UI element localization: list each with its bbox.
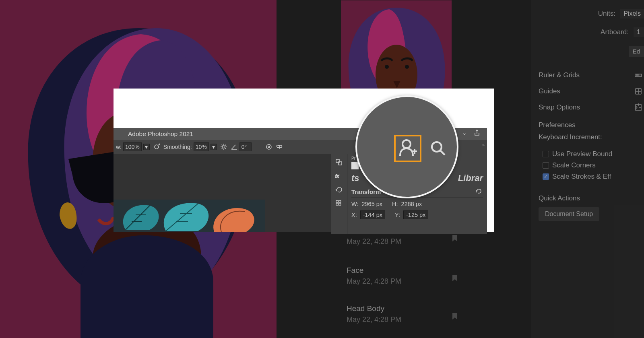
checkbox-icon[interactable] [543,151,549,157]
panel-icon-strip: fx [331,154,347,234]
width-value: 2965 px [361,201,382,207]
version-timestamp: May 22, 4:28 PM [347,237,458,246]
quick-actions-header: Quick Actions [531,182,644,207]
svg-point-23 [402,140,411,148]
properties-panel: Units: Pixels Artboard: 1 Ed Ruler & Gri… [531,0,644,338]
preferences-header: Preferences [531,115,644,133]
version-name: Face [347,266,458,275]
checkbox-icon[interactable] [543,173,549,180]
dropdown-chevron-icon[interactable]: ▾ [211,144,217,150]
document-setup-button[interactable]: Document Setup [539,207,599,221]
artboard-label: Artboard: [601,28,629,36]
target-icon[interactable] [265,143,272,150]
edit-artboards-button[interactable]: Ed [629,46,644,57]
svg-rect-19 [336,200,338,202]
artboard-value[interactable]: 1 [634,27,644,37]
grid-icon [634,87,642,95]
svg-point-4 [385,65,389,69]
svg-text:fx: fx [335,173,339,179]
svg-point-12 [266,144,271,149]
version-item[interactable]: May 22, 4:28 PM [341,233,462,250]
pressure-size-icon[interactable] [153,143,160,150]
svg-point-10 [155,145,159,149]
smoothing-label: Smoothing: [163,144,192,150]
fx-panel-icon[interactable]: fx [335,172,343,179]
document-icon [351,162,359,169]
units-label: Units: [598,10,615,18]
transform-header: Transform [351,188,381,195]
version-timestamp: May 22, 4:28 PM [347,315,458,324]
document-canvas[interactable] [114,154,331,232]
bookmark-icon [452,274,458,282]
svg-rect-21 [336,203,338,205]
snap-options-row[interactable]: Snap Options [531,99,644,115]
svg-point-5 [405,65,409,69]
angle-input[interactable]: 0° [239,142,252,151]
svg-point-24 [432,142,442,152]
expand-panel-icon[interactable]: » [482,142,485,147]
version-history-list: May 22, 4:28 PM Face May 22, 4:28 PM Hea… [341,233,462,328]
height-label: H: [392,201,398,207]
preview-bounds-checkbox-row[interactable]: Use Preview Bound [531,148,644,160]
svg-rect-22 [339,203,341,205]
version-timestamp: May 22, 4:28 PM [347,277,458,286]
version-item[interactable]: Face May 22, 4:28 PM [341,262,462,290]
y-label: Y: [395,212,400,218]
swatches-panel-icon[interactable] [335,200,343,207]
tab-partial-left[interactable]: ts [351,173,359,183]
bookmark-icon [452,235,458,242]
callout-circle [355,95,458,198]
angle-icon [231,143,238,150]
bookmark-icon [452,313,458,320]
history-panel-icon[interactable] [335,186,343,193]
width-label: W: [351,201,358,207]
canvas-artwork [114,200,265,232]
version-item[interactable]: Head Body May 22, 4:28 PM [341,300,462,328]
share-icon[interactable] [473,129,481,136]
snap-icon [634,103,642,111]
color-panel-icon[interactable] [335,159,343,166]
chevron-down-icon[interactable]: ⌄ [462,130,467,136]
smoothing-dropdown[interactable]: 10% [194,142,209,151]
zoom-dropdown[interactable]: 100% [123,142,142,151]
scale-corners-checkbox-row[interactable]: Scale Corners [531,160,644,171]
checkbox-icon[interactable] [543,162,549,169]
version-name: Head Body [347,304,458,313]
dropdown-chevron-icon[interactable]: ▾ [143,144,150,150]
app-title: Adobe Photoshop 2021 [128,130,193,138]
tab-libraries[interactable]: Librar [458,173,483,183]
svg-rect-20 [339,200,341,202]
guides-row[interactable]: Guides [531,83,644,99]
view-label: w: [116,144,122,150]
svg-rect-17 [339,162,342,165]
search-icon[interactable] [430,140,446,157]
scale-strokes-checkbox-row[interactable]: Scale Strokes & Eff [531,171,644,182]
svg-rect-16 [336,159,339,163]
y-input[interactable]: -125 px [403,210,428,219]
ruler-grids-row[interactable]: Ruler & Grids [531,67,644,83]
panel-tab-label[interactable]: Pr [351,156,355,161]
svg-point-11 [223,146,225,148]
height-value: 2288 px [401,201,422,207]
keyboard-increment-label: Keyboard Increment: [531,133,644,148]
ruler-icon [634,71,642,79]
svg-point-13 [268,146,270,148]
reset-icon[interactable] [476,188,483,194]
butterfly-icon[interactable] [276,143,283,150]
units-dropdown[interactable]: Pixels [620,9,644,19]
x-input[interactable]: -144 px [360,210,385,219]
gear-icon[interactable] [220,143,227,150]
x-label: X: [351,212,357,218]
invite-to-edit-icon[interactable] [398,137,418,157]
